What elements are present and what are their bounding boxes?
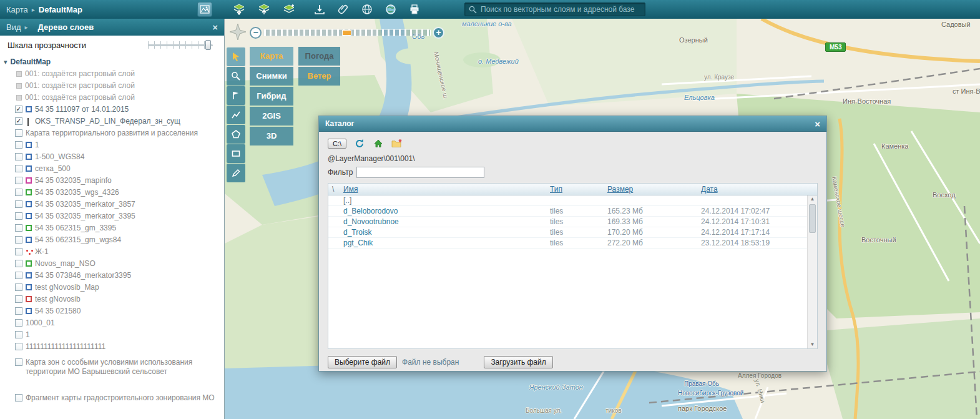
layer-visibility-checkbox[interactable]	[15, 358, 22, 366]
layer-visibility-checkbox[interactable]	[15, 177, 22, 184]
layer-visibility-checkbox[interactable]	[15, 343, 22, 350]
polygon-tool-button[interactable]	[227, 125, 245, 144]
layer-item[interactable]: 54 35 032035_wgs_4326	[4, 187, 224, 199]
layer-item[interactable]: 1111111111111111111111	[4, 341, 224, 353]
layer-item[interactable]: ✓54 35 111097 от 14.01.2015	[4, 104, 224, 116]
zoom-level-marker[interactable]	[342, 30, 351, 36]
layer-visibility-checkbox[interactable]	[15, 141, 22, 149]
layer-item[interactable]: 54 35 032035_merkator_3857	[4, 199, 224, 210]
layer-visibility-checkbox[interactable]	[15, 200, 22, 208]
layer-item[interactable]: Карта зон с особыми условиями использова…	[4, 357, 224, 377]
save-layer-icon[interactable]	[232, 2, 246, 16]
catalog-row[interactable]: d_Novootrubnoetiles169.33 Мб24.12.2014 1…	[328, 217, 807, 227]
compass-icon[interactable]	[228, 22, 247, 41]
scroll-up-icon[interactable]: ▲	[810, 196, 815, 202]
layer-visibility-checkbox[interactable]	[15, 307, 22, 315]
dialog-titlebar[interactable]: Каталог ×	[319, 116, 826, 132]
download-icon[interactable]	[313, 2, 326, 16]
layer-visibility-checkbox[interactable]	[15, 283, 22, 291]
map-canvas[interactable]: маленькие о-ваОбьСадовыйОзерныйо. Медвеж…	[225, 19, 980, 419]
close-panel-button[interactable]: ×	[212, 22, 218, 32]
column-type[interactable]: Тип	[550, 185, 607, 194]
catalog-row[interactable]: d_Beloborodovotiles165.23 Мб24.12.2014 1…	[328, 206, 807, 217]
column-size[interactable]: Размер	[607, 185, 701, 194]
map-tab-gibrid[interactable]: Гибрид	[250, 87, 293, 106]
choose-file-button[interactable]: Выберите файл	[328, 356, 397, 368]
view-menu[interactable]: Вид	[6, 22, 21, 32]
drive-button[interactable]: C:\	[328, 139, 346, 149]
catalog-row-parent[interactable]: [..]	[328, 195, 807, 206]
layer-item[interactable]: 1000_01	[4, 317, 224, 329]
layer-visibility-checkbox[interactable]	[15, 165, 22, 172]
breadcrumb[interactable]: Карта ▸ DefaultMap	[6, 0, 82, 19]
layer-item[interactable]: Карата территориального развития и рассе…	[4, 127, 224, 139]
search-input[interactable]	[481, 5, 641, 14]
column-date[interactable]: Дата	[701, 185, 807, 194]
layer-item[interactable]: 1-500_WGS84	[4, 151, 224, 163]
flag-tool-button[interactable]	[227, 86, 245, 105]
layer-visibility-checkbox[interactable]	[15, 331, 22, 338]
layer-item[interactable]: 54 35 062315_gm_3395	[4, 222, 224, 234]
layer-visibility-checkbox[interactable]: ✓	[15, 106, 22, 113]
zoom-tool-button[interactable]	[227, 67, 245, 86]
layer-item[interactable]: 001: создаётся растровый слой	[4, 80, 224, 92]
table-scrollbar[interactable]: ▲ ▼	[807, 195, 817, 348]
layer-item[interactable]: 001: создаётся растровый слой	[4, 92, 224, 104]
upload-file-button[interactable]: Загрузить файл	[484, 356, 552, 368]
map-tab-2gis[interactable]: 2GIS	[250, 107, 293, 126]
layer-item[interactable]: test gNovosib	[4, 293, 224, 305]
draw-tool-button[interactable]	[227, 164, 245, 182]
zoom-track[interactable]	[263, 29, 431, 36]
layer-item[interactable]: 1	[4, 139, 224, 151]
catalog-row[interactable]: pgt_Chiktiles272.20 Мб23.12.2014 18:53:1…	[328, 238, 807, 249]
zoom-in-button[interactable]: +	[433, 27, 444, 39]
layer-visibility-checkbox[interactable]	[15, 153, 22, 160]
column-name[interactable]: Имя	[342, 185, 550, 194]
scroll-down-icon[interactable]: ▼	[810, 342, 815, 348]
layer-visibility-checkbox[interactable]	[15, 272, 22, 279]
new-folder-icon[interactable]	[391, 138, 403, 149]
measure-tool-button[interactable]	[227, 106, 245, 124]
catalog-row[interactable]: d_Troisktiles170.20 Мб24.12.2014 17:17:1…	[328, 227, 807, 238]
layer-item[interactable]: 54 35 073846_merkator3395	[4, 270, 224, 282]
layer-tree-root[interactable]: ▾ DefaultMap	[4, 56, 224, 68]
home-icon[interactable]	[373, 138, 384, 149]
layer-visibility-checkbox[interactable]	[15, 224, 22, 232]
layer-visibility-checkbox[interactable]	[15, 260, 22, 267]
layer-item[interactable]: 54 35 021580	[4, 305, 224, 317]
layer-item[interactable]: сетка_500	[4, 163, 224, 175]
import-layer-icon[interactable]	[282, 2, 296, 16]
opacity-slider[interactable]	[148, 40, 213, 50]
layer-item[interactable]: 1	[4, 329, 224, 341]
layer-item[interactable]: 54 35 032035_mapinfo	[4, 175, 224, 187]
layer-visibility-checkbox[interactable]	[15, 295, 22, 303]
map-tab-3d[interactable]: 3D	[250, 127, 293, 145]
layer-visibility-checkbox[interactable]	[15, 212, 22, 220]
map-tab-snimki[interactable]: Снимки	[250, 67, 293, 86]
print-icon[interactable]	[408, 2, 421, 16]
pointer-tool-button[interactable]	[227, 47, 245, 66]
breadcrumb-root[interactable]: Карта	[6, 5, 28, 14]
layer-item[interactable]: Novos_map_NSO	[4, 258, 224, 270]
earth-icon[interactable]	[384, 2, 398, 16]
map-tab-pogoda[interactable]: Погода	[298, 47, 340, 66]
layer-visibility-checkbox[interactable]	[15, 236, 22, 244]
globe-icon[interactable]	[360, 2, 374, 16]
layer-item[interactable]: 001: создаётся растровый слой	[4, 68, 224, 80]
root-label[interactable]: DefaultMap	[11, 57, 51, 66]
layer-item[interactable]: 54 35 032035_merkator_3395	[4, 210, 224, 222]
attachment-icon[interactable]	[336, 2, 350, 16]
refresh-icon[interactable]	[354, 138, 365, 149]
expand-arrow-icon[interactable]: ▾	[4, 58, 7, 66]
filter-input[interactable]	[356, 167, 484, 178]
layer-visibility-checkbox[interactable]	[15, 394, 22, 402]
slider-handle[interactable]	[205, 40, 211, 50]
zoom-slider[interactable]: − +	[250, 26, 444, 39]
vector-search[interactable]	[464, 2, 645, 16]
layer-visibility-checkbox[interactable]	[15, 319, 22, 327]
layer-visibility-checkbox[interactable]	[15, 189, 22, 196]
map-image-button[interactable]	[197, 2, 212, 17]
layer-item[interactable]: 54 35 062315_gm_wgs84	[4, 234, 224, 246]
layer-item[interactable]: Ж-1	[4, 246, 224, 258]
rectangle-tool-button[interactable]	[227, 144, 245, 163]
